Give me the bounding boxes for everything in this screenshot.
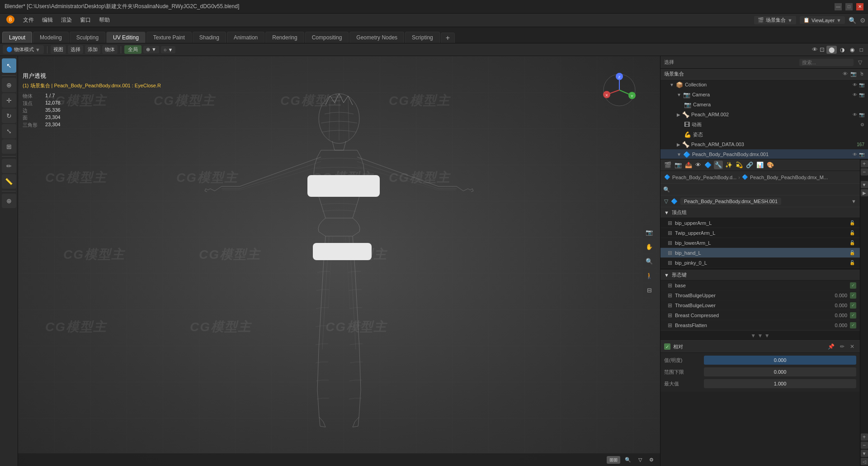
sk-item-base[interactable]: ⊞ base ✓ xyxy=(660,281,860,290)
wireframe-shading-btn[interactable]: □ xyxy=(858,46,865,54)
tab-rendering[interactable]: Rendering xyxy=(265,32,304,43)
vgroup-item-2[interactable]: ⊞ Twip_upperArm_L 🔓 xyxy=(660,228,860,238)
value-range-min-field[interactable]: 0.000 xyxy=(704,367,856,376)
value-brightness-field[interactable]: 0.000 xyxy=(704,356,856,365)
sk-item-1[interactable]: ⊞ ThroatBulgeUpper 0.000 ✓ xyxy=(660,290,860,300)
mode-selector[interactable]: 🔵 物体模式 ▼ xyxy=(3,45,44,54)
render-icon-arm002[interactable]: 📷 xyxy=(859,112,864,117)
vgroup-lock-1[interactable]: 🔓 xyxy=(848,220,856,226)
sk-check-4[interactable]: ✓ xyxy=(850,322,856,328)
add-sk-btn[interactable]: + xyxy=(861,433,868,441)
snap-btn[interactable]: ⊕ ▼ xyxy=(143,46,159,53)
visibility-icon-pb[interactable]: 👁 xyxy=(853,152,857,157)
vgroup-lock-3[interactable]: 🔓 xyxy=(848,240,856,246)
filter-icon[interactable]: ⚙ xyxy=(860,17,866,24)
footer-filter-btn[interactable]: ▽ xyxy=(636,456,645,464)
material-shading-btn[interactable]: ◑ xyxy=(838,46,847,54)
prop-icon-modifier[interactable]: 🔧 xyxy=(714,161,723,169)
viewport-zoom-btn[interactable]: 🔍 xyxy=(643,255,656,267)
select-tool[interactable]: ↖ xyxy=(2,58,16,73)
scene-selector[interactable]: 🎬 场景集合 ▼ xyxy=(754,16,796,24)
tab-compositing[interactable]: Compositing xyxy=(305,32,349,43)
prop-icon-view[interactable]: 👁 xyxy=(694,161,702,169)
menu-edit[interactable]: 编辑 xyxy=(38,15,57,25)
prop-icon-constraints[interactable]: 🔗 xyxy=(745,161,754,169)
sk-item-3[interactable]: ⊞ Breast Compressed 0.000 ✓ xyxy=(660,310,860,320)
sk-item-2[interactable]: ⊞ ThroatBulgeLower 0.000 ✓ xyxy=(660,300,860,310)
rotate-tool[interactable]: ↻ xyxy=(2,109,16,123)
prop-icon-material[interactable]: 🎨 xyxy=(766,161,775,169)
relative-edit-btn[interactable]: ✏ xyxy=(838,342,846,351)
properties-search-input[interactable] xyxy=(672,187,857,192)
outliner-item-camera-obj[interactable]: 📷 Camera xyxy=(660,100,868,109)
visibility-icon-arm002[interactable]: 👁 xyxy=(853,112,857,117)
relative-close-btn[interactable]: ✕ xyxy=(848,342,856,351)
mesh-filter-expand[interactable]: ▼ xyxy=(851,199,856,204)
xray-icon[interactable]: ⊡ xyxy=(820,46,825,53)
outliner-item-camera[interactable]: ▼ 📷 Camera 👁 📷 xyxy=(660,90,868,100)
render-icon-pb[interactable]: 📷 xyxy=(859,152,864,157)
tab-texture-paint[interactable]: Texture Paint xyxy=(146,32,192,43)
outliner-item-armdata003[interactable]: ▶ 🦴 Peach_ARM_DATA.003 167 xyxy=(660,139,868,149)
tab-scripting[interactable]: Scripting xyxy=(405,32,440,43)
menu-window[interactable]: 窗口 xyxy=(76,15,94,25)
menu-render[interactable]: 渲染 xyxy=(57,15,75,25)
sk-check-2[interactable]: ✓ xyxy=(850,302,856,309)
sk-check-1[interactable]: ✓ xyxy=(850,292,856,299)
sk-check-base[interactable]: ✓ xyxy=(850,282,856,289)
solid-shading-btn[interactable]: ⬤ xyxy=(826,46,837,54)
prop-icon-render[interactable]: 📷 xyxy=(674,161,683,169)
tab-animation[interactable]: Animation xyxy=(227,32,264,43)
vgroup-lock-2[interactable]: 🔓 xyxy=(848,230,856,236)
viewport-camera-btn[interactable]: 📷 xyxy=(643,226,656,238)
prop-icon-scene[interactable]: 🎬 xyxy=(663,161,672,169)
tab-add[interactable]: + xyxy=(441,33,455,43)
add-vgroup-btn[interactable]: + xyxy=(861,160,868,167)
prop-icon-particles[interactable]: ✨ xyxy=(724,161,733,169)
visibility-icon-collection[interactable]: 👁 xyxy=(853,82,857,87)
tab-sculpting[interactable]: Sculpting xyxy=(70,32,105,43)
footer-snap-btn[interactable]: 🔍 xyxy=(622,456,634,464)
footer-settings-btn[interactable]: ⚙ xyxy=(646,456,656,464)
3d-viewport[interactable]: CG模型主 CG模型主 CG模型主 CG模型主 CG模型主 CG模型主 CG模型… xyxy=(18,56,660,466)
select-menu[interactable]: 选择 xyxy=(68,45,83,54)
measure-tool[interactable]: 📏 xyxy=(2,174,16,189)
global-btn[interactable]: 全局 xyxy=(124,45,142,54)
scale-tool[interactable]: ⤡ xyxy=(2,124,16,138)
viewport-panel-btn[interactable]: ⊟ xyxy=(643,284,656,296)
cursor-tool[interactable]: ⊕ xyxy=(2,78,16,92)
annotate-tool[interactable]: ✏ xyxy=(2,159,16,173)
outliner-item-anim1[interactable]: 🎞 动画 ⚙ xyxy=(660,119,868,129)
add-menu[interactable]: 添加 xyxy=(85,45,100,54)
viewport-walk-btn[interactable]: 🚶 xyxy=(643,269,656,282)
maximize-button[interactable]: □ xyxy=(845,3,853,10)
add-object-tool[interactable]: ⊕ xyxy=(2,194,16,208)
menu-file[interactable]: 文件 xyxy=(19,15,38,25)
relative-checkbox[interactable]: ✓ xyxy=(664,343,670,350)
transform-tool[interactable]: ⊞ xyxy=(2,139,16,154)
outliner-item-pose1[interactable]: 💪 姿态 xyxy=(660,129,868,139)
viewport-hand-btn[interactable]: ✋ xyxy=(643,240,656,253)
tab-geometry-nodes[interactable]: Geometry Nodes xyxy=(349,32,404,43)
rendered-shading-btn[interactable]: ◉ xyxy=(848,46,857,54)
relative-checkbox-label[interactable]: ✓ 相对 xyxy=(664,343,683,350)
close-button[interactable]: ✕ xyxy=(856,3,863,10)
object-menu[interactable]: 物体 xyxy=(102,45,118,54)
outliner-search[interactable] xyxy=(799,59,854,66)
sk-expand-more[interactable]: ▼ ▼ ▼ xyxy=(660,330,860,340)
sk-action-2[interactable]: ◁ xyxy=(861,458,868,465)
vgroup-item-5[interactable]: ⊞ bip_pinky_0_L 🔓 xyxy=(660,258,860,268)
view-menu[interactable]: 视图 xyxy=(51,45,66,54)
move-tool[interactable]: ✛ xyxy=(2,93,16,108)
menu-blender[interactable]: B xyxy=(2,14,19,27)
search-icon[interactable]: 🔍 xyxy=(849,17,856,24)
prop-icon-data[interactable]: 📊 xyxy=(755,161,764,169)
vertex-groups-section-header[interactable]: ▼ 顶点组 xyxy=(660,207,860,218)
navigation-gizmo[interactable]: Z X Y xyxy=(601,72,637,108)
render-icon-collection[interactable]: 📷 xyxy=(859,82,864,87)
footer-overlay-btn[interactable]: ⊞⊞ xyxy=(607,456,620,464)
menu-help[interactable]: 帮助 xyxy=(95,15,113,25)
remove-vgroup-btn[interactable]: − xyxy=(861,168,868,176)
prop-icon-physics[interactable]: 💫 xyxy=(735,161,744,169)
tab-uv-editing[interactable]: UV Editing xyxy=(106,32,146,43)
